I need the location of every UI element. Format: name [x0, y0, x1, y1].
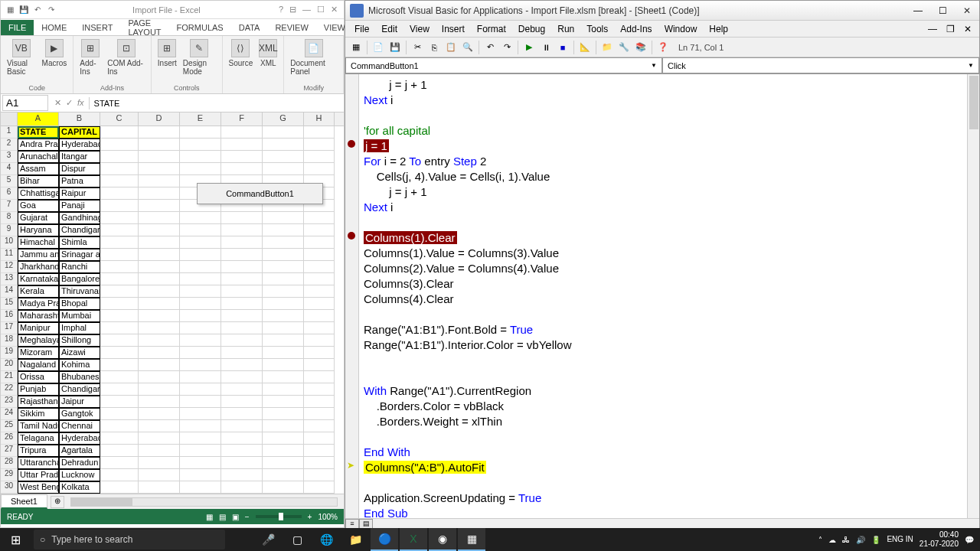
table-row[interactable]: 2 Andra Pradesh Hyderabad, Amaravati	[1, 139, 344, 151]
breakpoint-gutter[interactable]: ➤	[345, 74, 359, 518]
cancel-formula-icon[interactable]: ✕	[54, 98, 61, 108]
tab-home[interactable]: HOME	[34, 20, 74, 35]
table-row[interactable]: 1 STATE CAPITAL	[1, 126, 344, 139]
table-row[interactable]: 10 Himachal Shimla	[1, 236, 344, 249]
table-row[interactable]: 14 Kerala Thiruvananthapuram	[1, 285, 344, 298]
save-icon[interactable]: 💾	[18, 4, 30, 16]
sheet-tab-sheet1[interactable]: Sheet1	[1, 494, 47, 509]
onedrive-icon[interactable]: ☁	[828, 536, 836, 544]
table-row[interactable]: 25 Tamil Nadu Chennai	[1, 420, 344, 432]
menu-format[interactable]: Format	[471, 22, 512, 36]
mdi-restore-icon[interactable]: ❐	[942, 24, 959, 34]
mdi-minimize-icon[interactable]: —	[923, 24, 942, 34]
formula-bar[interactable]: STATE	[89, 97, 344, 109]
file-explorer-icon[interactable]: 📁	[341, 528, 369, 551]
object-dropdown[interactable]: CommandButton1▼	[345, 57, 662, 73]
mdi-close-icon[interactable]: ✕	[959, 24, 976, 34]
view-excel-icon[interactable]: ▦	[348, 40, 364, 55]
task-view-icon[interactable]: ▢	[283, 528, 311, 551]
vertical-scrollbar[interactable]	[967, 74, 979, 518]
table-row[interactable]: 9 Haryana Chandigarh	[1, 224, 344, 236]
minimize-button[interactable]: —	[906, 3, 930, 18]
view-break-icon[interactable]: ▣	[232, 513, 239, 521]
reset-icon[interactable]: ■	[555, 40, 570, 55]
table-row[interactable]: 11 Jammu and Srinagar and Jammu	[1, 249, 344, 261]
table-row[interactable]: 17 Manipur Imphal	[1, 322, 344, 334]
notifications-icon[interactable]: 💬	[965, 536, 974, 544]
help-icon[interactable]: ?	[279, 5, 283, 15]
tray-up-icon[interactable]: ˄	[818, 536, 822, 544]
col-header-g[interactable]: G	[263, 112, 304, 126]
tab-file[interactable]: FILE	[1, 20, 34, 35]
col-header-b[interactable]: B	[59, 112, 100, 126]
insert-module-icon[interactable]: 📄	[371, 40, 386, 55]
col-header-d[interactable]: D	[139, 112, 180, 126]
design-mode-button[interactable]: ✎Design Mode	[181, 37, 217, 77]
macros-button[interactable]: ▶Macros	[41, 37, 69, 69]
language-indicator[interactable]: ENG IN	[887, 535, 913, 544]
code-editor[interactable]: ➤ j = j + 1Next i 'for all capitalj = 1F…	[345, 74, 979, 518]
col-header-c[interactable]: C	[100, 112, 139, 126]
volume-icon[interactable]: 🔊	[856, 536, 865, 544]
redo-icon[interactable]: ↷	[45, 4, 57, 16]
find-icon[interactable]: 🔍	[460, 40, 475, 55]
undo-icon[interactable]: ↶	[482, 40, 498, 55]
project-explorer-icon[interactable]: 📁	[599, 40, 615, 55]
table-row[interactable]: 18 Meghalaya Shillong	[1, 334, 344, 347]
spreadsheet-grid[interactable]: A B C D E F G H 1 STATE CAPITAL 2 Andra …	[1, 112, 344, 494]
menu-tools[interactable]: Tools	[580, 22, 614, 36]
com-addins-button[interactable]: ⊡COM Add-Ins	[106, 37, 146, 77]
table-row[interactable]: 15 Madya Pradesh Bhopal	[1, 298, 344, 310]
command-button-1[interactable]: CommandButton1	[197, 183, 323, 204]
table-row[interactable]: 12 Jharkhand Ranchi	[1, 261, 344, 273]
table-row[interactable]: 23 Rajasthan Jaipur	[1, 396, 344, 408]
network-icon[interactable]: 🖧	[842, 536, 850, 544]
minimize-icon[interactable]: —	[302, 5, 311, 15]
properties-icon[interactable]: 🔧	[616, 40, 632, 55]
table-row[interactable]: 30 West Bengal Kolkata	[1, 481, 344, 494]
save-icon[interactable]: 💾	[387, 40, 403, 55]
help-icon[interactable]: ❓	[655, 40, 671, 55]
zoom-level[interactable]: 100%	[318, 513, 338, 521]
search-box[interactable]: ○ Type here to search	[34, 530, 225, 549]
table-row[interactable]: 20 Nagaland Kohima	[1, 359, 344, 371]
menu-help[interactable]: Help	[703, 22, 734, 36]
visual-basic-button[interactable]: VBVisual Basic	[5, 37, 38, 77]
menu-file[interactable]: File	[348, 22, 375, 36]
start-button[interactable]: ⊞	[0, 528, 31, 551]
breakpoint-marker[interactable]	[348, 140, 355, 148]
menu-window[interactable]: Window	[658, 22, 704, 36]
table-row[interactable]: 16 Maharashtra Mumbai	[1, 310, 344, 322]
maximize-button[interactable]: ☐	[930, 3, 955, 18]
procedure-dropdown[interactable]: Click▼	[662, 57, 979, 73]
table-row[interactable]: 8 Gujarat Gandhinagar	[1, 212, 344, 224]
horizontal-scrollbar[interactable]	[70, 497, 338, 507]
view-normal-icon[interactable]: ▦	[206, 513, 213, 521]
menu-edit[interactable]: Edit	[375, 22, 403, 36]
run-icon[interactable]: ▶	[521, 40, 537, 55]
app-icon[interactable]: ◉	[429, 528, 456, 551]
source-button[interactable]: ⟨⟩Source	[227, 37, 255, 69]
cortana-icon[interactable]: 🎤	[254, 528, 282, 551]
tab-data[interactable]: DATA	[231, 20, 268, 35]
col-header-h[interactable]: H	[304, 112, 335, 126]
object-browser-icon[interactable]: 📚	[633, 40, 648, 55]
app2-icon[interactable]: ▦	[458, 528, 485, 551]
edge-icon[interactable]: 🌐	[312, 528, 340, 551]
table-row[interactable]: 21 Orissa Bhubaneshwar	[1, 371, 344, 383]
add-sheet-button[interactable]: ⊕	[51, 496, 64, 508]
undo-icon[interactable]: ↶	[31, 4, 44, 16]
redo-icon[interactable]: ↷	[499, 40, 514, 55]
table-row[interactable]: 22 Punjab Chandigarh	[1, 383, 344, 396]
tab-formulas[interactable]: FORMULAS	[169, 20, 231, 35]
menu-insert[interactable]: Insert	[436, 22, 471, 36]
maximize-icon[interactable]: ☐	[317, 5, 325, 15]
zoom-out-icon[interactable]: −	[245, 513, 250, 521]
name-box[interactable]	[2, 95, 48, 111]
col-header-a[interactable]: A	[18, 112, 59, 126]
table-row[interactable]: 13 Karnataka Bangalore	[1, 273, 344, 285]
addins-button[interactable]: ⊞Add-Ins	[78, 37, 103, 77]
cut-icon[interactable]: ✂	[410, 40, 425, 55]
col-header-f[interactable]: F	[221, 112, 263, 126]
table-row[interactable]: 27 Tripura Agartala	[1, 445, 344, 457]
